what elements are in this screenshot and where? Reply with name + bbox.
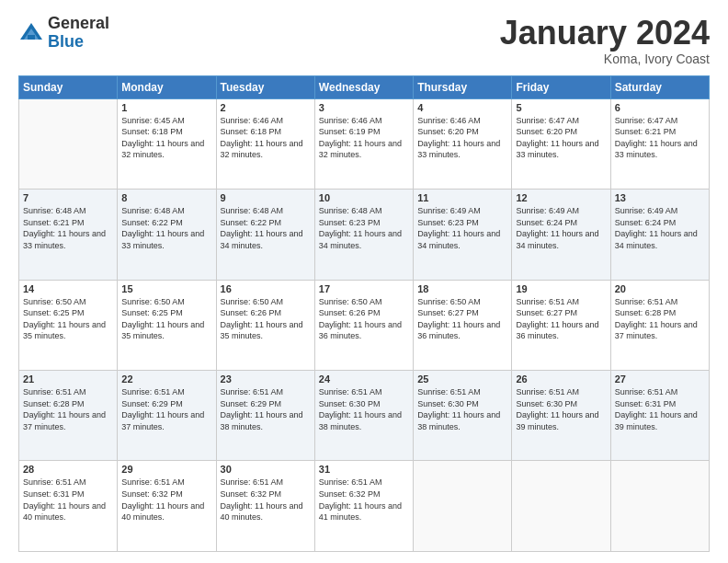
sunset-text: Sunset: 6:28 PM <box>615 308 677 317</box>
day-number: 22 <box>121 373 211 385</box>
sunrise-text: Sunrise: 6:51 AM <box>23 387 86 396</box>
day-number: 24 <box>319 373 409 385</box>
day-number: 18 <box>417 283 507 294</box>
day-info: Sunrise: 6:50 AMSunset: 6:25 PMDaylight:… <box>23 296 113 342</box>
day-info: Sunrise: 6:51 AMSunset: 6:27 PMDaylight:… <box>516 296 606 342</box>
day-number: 8 <box>121 192 211 203</box>
day-number: 19 <box>516 283 606 294</box>
sunrise-text: Sunrise: 6:49 AM <box>516 206 579 215</box>
header-saturday: Saturday <box>610 75 709 98</box>
daylight-text: Daylight: 11 hours and 36 minutes. <box>516 320 598 341</box>
sunset-text: Sunset: 6:30 PM <box>417 399 479 408</box>
table-row: 26Sunrise: 6:51 AMSunset: 6:30 PMDayligh… <box>512 371 610 461</box>
day-info: Sunrise: 6:46 AMSunset: 6:20 PMDaylight:… <box>417 115 507 161</box>
day-number: 6 <box>615 102 705 113</box>
table-row: 30Sunrise: 6:51 AMSunset: 6:32 PMDayligh… <box>216 461 314 552</box>
sunset-text: Sunset: 6:31 PM <box>23 489 85 499</box>
table-row: 9Sunrise: 6:48 AMSunset: 6:22 PMDaylight… <box>216 190 314 280</box>
daylight-text: Daylight: 11 hours and 40 minutes. <box>121 501 204 523</box>
day-info: Sunrise: 6:47 AMSunset: 6:21 PMDaylight:… <box>615 115 705 161</box>
daylight-text: Daylight: 11 hours and 39 minutes. <box>615 410 698 431</box>
daylight-text: Daylight: 11 hours and 34 minutes. <box>221 229 303 250</box>
sunrise-text: Sunrise: 6:45 AM <box>121 116 185 125</box>
day-info: Sunrise: 6:48 AMSunset: 6:22 PMDaylight:… <box>221 205 311 251</box>
calendar-week-row: 14Sunrise: 6:50 AMSunset: 6:25 PMDayligh… <box>19 280 710 370</box>
table-row: 21Sunrise: 6:51 AMSunset: 6:28 PMDayligh… <box>19 371 118 461</box>
day-number: 20 <box>615 283 705 294</box>
table-row <box>512 461 610 552</box>
day-info: Sunrise: 6:51 AMSunset: 6:32 PMDaylight:… <box>121 477 211 523</box>
day-number: 23 <box>221 373 311 385</box>
daylight-text: Daylight: 11 hours and 33 minutes. <box>516 139 598 160</box>
sunset-text: Sunset: 6:23 PM <box>417 218 479 227</box>
header: General Blue January 2024 Koma, Ivory Co… <box>18 15 710 66</box>
sunrise-text: Sunrise: 6:51 AM <box>221 477 284 487</box>
logo-text: General Blue <box>48 15 109 52</box>
sunset-text: Sunset: 6:21 PM <box>23 218 85 227</box>
sunset-text: Sunset: 6:29 PM <box>221 399 282 408</box>
weekday-header-row: Sunday Monday Tuesday Wednesday Thursday… <box>19 75 710 98</box>
day-number: 5 <box>516 102 606 113</box>
sunset-text: Sunset: 6:18 PM <box>121 127 183 136</box>
day-number: 30 <box>221 464 311 475</box>
sunrise-text: Sunrise: 6:51 AM <box>319 477 382 487</box>
month-title: January 2024 <box>500 15 710 52</box>
day-info: Sunrise: 6:51 AMSunset: 6:31 PMDaylight:… <box>23 477 113 523</box>
calendar-week-row: 21Sunrise: 6:51 AMSunset: 6:28 PMDayligh… <box>19 371 710 461</box>
day-number: 27 <box>615 373 705 385</box>
day-info: Sunrise: 6:50 AMSunset: 6:26 PMDaylight:… <box>319 296 409 342</box>
daylight-text: Daylight: 11 hours and 32 minutes. <box>221 139 303 160</box>
day-number: 14 <box>23 283 113 294</box>
table-row: 29Sunrise: 6:51 AMSunset: 6:32 PMDayligh… <box>118 461 216 552</box>
sunset-text: Sunset: 6:20 PM <box>516 127 577 136</box>
table-row: 4Sunrise: 6:46 AMSunset: 6:20 PMDaylight… <box>414 98 512 189</box>
sunset-text: Sunset: 6:18 PM <box>221 127 282 136</box>
day-number: 4 <box>417 102 507 113</box>
day-number: 16 <box>221 283 311 294</box>
table-row: 19Sunrise: 6:51 AMSunset: 6:27 PMDayligh… <box>512 280 610 370</box>
title-block: January 2024 Koma, Ivory Coast <box>500 15 710 66</box>
sunset-text: Sunset: 6:30 PM <box>319 399 381 408</box>
header-sunday: Sunday <box>19 75 118 98</box>
logo: General Blue <box>18 15 109 52</box>
table-row: 2Sunrise: 6:46 AMSunset: 6:18 PMDaylight… <box>216 98 314 189</box>
daylight-text: Daylight: 11 hours and 35 minutes. <box>121 320 204 341</box>
sunset-text: Sunset: 6:26 PM <box>319 308 381 317</box>
daylight-text: Daylight: 11 hours and 37 minutes. <box>121 410 204 431</box>
calendar-week-row: 28Sunrise: 6:51 AMSunset: 6:31 PMDayligh… <box>19 461 710 552</box>
day-info: Sunrise: 6:50 AMSunset: 6:27 PMDaylight:… <box>417 296 507 342</box>
sunrise-text: Sunrise: 6:48 AM <box>23 206 86 215</box>
calendar-week-row: 7Sunrise: 6:48 AMSunset: 6:21 PMDaylight… <box>19 190 710 280</box>
sunset-text: Sunset: 6:25 PM <box>121 308 183 317</box>
sunset-text: Sunset: 6:27 PM <box>516 308 577 317</box>
sunrise-text: Sunrise: 6:48 AM <box>121 206 185 215</box>
sunset-text: Sunset: 6:30 PM <box>516 399 577 408</box>
table-row: 20Sunrise: 6:51 AMSunset: 6:28 PMDayligh… <box>610 280 709 370</box>
table-row: 27Sunrise: 6:51 AMSunset: 6:31 PMDayligh… <box>610 371 709 461</box>
sunrise-text: Sunrise: 6:51 AM <box>23 477 86 487</box>
day-info: Sunrise: 6:49 AMSunset: 6:23 PMDaylight:… <box>417 205 507 251</box>
table-row: 16Sunrise: 6:50 AMSunset: 6:26 PMDayligh… <box>216 280 314 370</box>
subtitle: Koma, Ivory Coast <box>500 52 710 66</box>
sunrise-text: Sunrise: 6:47 AM <box>516 116 579 125</box>
table-row: 7Sunrise: 6:48 AMSunset: 6:21 PMDaylight… <box>19 190 118 280</box>
sunset-text: Sunset: 6:21 PM <box>615 127 677 136</box>
daylight-text: Daylight: 11 hours and 36 minutes. <box>417 320 500 341</box>
day-info: Sunrise: 6:48 AMSunset: 6:21 PMDaylight:… <box>23 205 113 251</box>
sunrise-text: Sunrise: 6:51 AM <box>319 387 382 396</box>
table-row <box>19 98 118 189</box>
sunset-text: Sunset: 6:22 PM <box>121 218 183 227</box>
day-info: Sunrise: 6:51 AMSunset: 6:29 PMDaylight:… <box>221 386 311 432</box>
sunset-text: Sunset: 6:29 PM <box>121 399 183 408</box>
day-info: Sunrise: 6:51 AMSunset: 6:29 PMDaylight:… <box>121 386 211 432</box>
table-row <box>610 461 709 552</box>
table-row: 28Sunrise: 6:51 AMSunset: 6:31 PMDayligh… <box>19 461 118 552</box>
sunrise-text: Sunrise: 6:51 AM <box>417 387 481 396</box>
header-thursday: Thursday <box>414 75 512 98</box>
daylight-text: Daylight: 11 hours and 41 minutes. <box>319 501 402 523</box>
sunset-text: Sunset: 6:32 PM <box>121 489 183 499</box>
sunrise-text: Sunrise: 6:51 AM <box>121 477 185 487</box>
sunset-text: Sunset: 6:19 PM <box>319 127 381 136</box>
day-info: Sunrise: 6:46 AMSunset: 6:18 PMDaylight:… <box>221 115 311 161</box>
day-number: 13 <box>615 192 705 203</box>
